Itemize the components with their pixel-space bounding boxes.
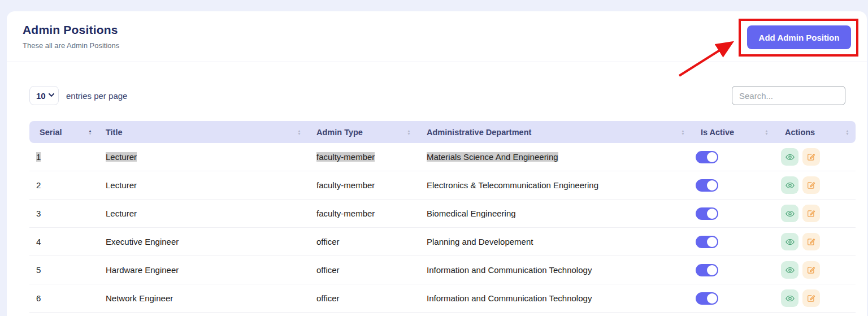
table-controls: 10 entries per page <box>29 86 845 105</box>
edit-square-icon <box>806 265 816 275</box>
edit-button[interactable] <box>802 233 820 250</box>
is-active-toggle[interactable] <box>696 207 718 220</box>
toggle-knob <box>707 293 717 304</box>
edit-square-icon <box>806 180 816 190</box>
view-button[interactable] <box>781 261 798 279</box>
table-body: 1 Lecturer faculty-member Materials Scie… <box>29 143 856 313</box>
column-header-is-active[interactable]: Is Active ▲▼ <box>691 121 772 143</box>
serial-value: 4 <box>36 237 41 246</box>
admin-type-value: officer <box>316 293 340 303</box>
edit-button[interactable] <box>802 289 820 307</box>
sort-arrows-icon: ▲▼ <box>297 129 301 135</box>
column-header-admin-type[interactable]: Admin Type ▲▼ <box>316 121 423 143</box>
eye-icon <box>785 237 795 247</box>
edit-square-icon <box>806 237 816 246</box>
table-row: 3 Lecturer faculty-member Biomedical Eng… <box>29 200 856 228</box>
sort-arrows-icon: ▲▼ <box>88 129 92 135</box>
entries-per-page-control: 10 entries per page <box>29 86 127 105</box>
eye-icon <box>785 265 795 275</box>
column-header-serial[interactable]: Serial ▲▼ <box>29 121 106 143</box>
title-value: Hardware Engineer <box>106 265 179 275</box>
table-row: 2 Lecturer faculty-member Electronics & … <box>29 171 856 200</box>
view-button[interactable] <box>781 233 798 250</box>
title-value: Lecturer <box>106 152 137 162</box>
title-value: Executive Engineer <box>106 237 179 246</box>
department-value: Electronics & Telecommunication Engineer… <box>427 180 598 190</box>
table-row: 5 Hardware Engineer officer Information … <box>29 256 856 284</box>
edit-button[interactable] <box>802 205 820 222</box>
eye-icon <box>785 180 795 191</box>
sort-arrows-icon: ▲▼ <box>845 129 849 135</box>
serial-value: 2 <box>36 180 41 190</box>
entries-per-page-select[interactable]: 10 <box>29 86 59 105</box>
table-header-row: Serial ▲▼ Title ▲▼ Admin Type ▲▼ Adminis… <box>29 121 856 143</box>
serial-value: 6 <box>36 293 41 303</box>
is-active-toggle[interactable] <box>696 151 718 163</box>
toggle-knob <box>707 180 717 191</box>
title-value: Network Engineer <box>106 293 173 303</box>
view-button[interactable] <box>781 289 798 307</box>
admin-positions-page: Admin Positions These all are Admin Posi… <box>0 0 868 316</box>
column-header-title[interactable]: Title ▲▼ <box>106 121 316 143</box>
entries-per-page-label: entries per page <box>66 91 127 101</box>
admin-type-value: faculty-member <box>316 152 375 162</box>
content-card: Admin Positions These all are Admin Posi… <box>7 11 867 316</box>
column-header-administrative-department[interactable]: Administrative Department ▲▼ <box>423 121 691 143</box>
edit-button[interactable] <box>802 261 820 279</box>
admin-type-value: officer <box>316 265 340 275</box>
table-row: 1 Lecturer faculty-member Materials Scie… <box>29 143 856 171</box>
serial-value: 3 <box>36 209 41 218</box>
toggle-knob <box>707 209 717 219</box>
table-row: 4 Executive Engineer officer Planning an… <box>29 228 856 256</box>
page-subtitle: These all are Admin Positions <box>23 41 851 50</box>
entries-per-page-select-wrap: 10 <box>29 86 59 105</box>
serial-value: 5 <box>36 265 41 275</box>
title-value: Lecturer <box>106 180 137 190</box>
admin-positions-table: Serial ▲▼ Title ▲▼ Admin Type ▲▼ Adminis… <box>29 121 856 313</box>
edit-square-icon <box>806 293 816 303</box>
table-row: 6 Network Engineer officer Information a… <box>29 284 856 313</box>
admin-type-value: faculty-member <box>316 209 375 218</box>
department-value: Biomedical Engineering <box>427 209 516 218</box>
department-value: Information and Communication Technology <box>427 265 592 275</box>
add-admin-position-button[interactable]: Add Admin Position <box>747 25 851 49</box>
department-value: Planning and Developement <box>427 237 533 246</box>
eye-icon <box>785 209 795 219</box>
serial-value: 1 <box>36 152 41 162</box>
column-header-actions[interactable]: Actions ▲▼ <box>772 121 856 143</box>
edit-button[interactable] <box>802 176 820 194</box>
toggle-knob <box>707 237 717 247</box>
card-header: Admin Positions These all are Admin Posi… <box>7 11 867 62</box>
view-button[interactable] <box>781 176 798 194</box>
sort-arrows-icon: ▲▼ <box>407 129 411 135</box>
edit-button[interactable] <box>802 148 820 166</box>
sort-arrows-icon: ▲▼ <box>681 129 685 135</box>
is-active-toggle[interactable] <box>696 236 718 248</box>
edit-square-icon <box>806 209 816 218</box>
edit-square-icon <box>806 152 816 162</box>
title-value: Lecturer <box>106 209 137 218</box>
department-value: Materials Science And Engineering <box>427 152 558 162</box>
department-value: Information and Communication Technology <box>427 293 592 303</box>
toggle-knob <box>707 152 717 162</box>
view-button[interactable] <box>781 205 798 222</box>
is-active-toggle[interactable] <box>696 292 718 305</box>
admin-type-value: officer <box>316 237 340 246</box>
is-active-toggle[interactable] <box>696 179 718 192</box>
eye-icon <box>785 293 795 304</box>
search-input[interactable] <box>732 86 845 105</box>
eye-icon <box>785 152 795 162</box>
toggle-knob <box>707 265 717 275</box>
view-button[interactable] <box>781 148 798 166</box>
sort-arrows-icon: ▲▼ <box>765 129 769 135</box>
is-active-toggle[interactable] <box>696 264 718 276</box>
admin-type-value: faculty-member <box>316 180 375 190</box>
page-title: Admin Positions <box>23 23 851 37</box>
